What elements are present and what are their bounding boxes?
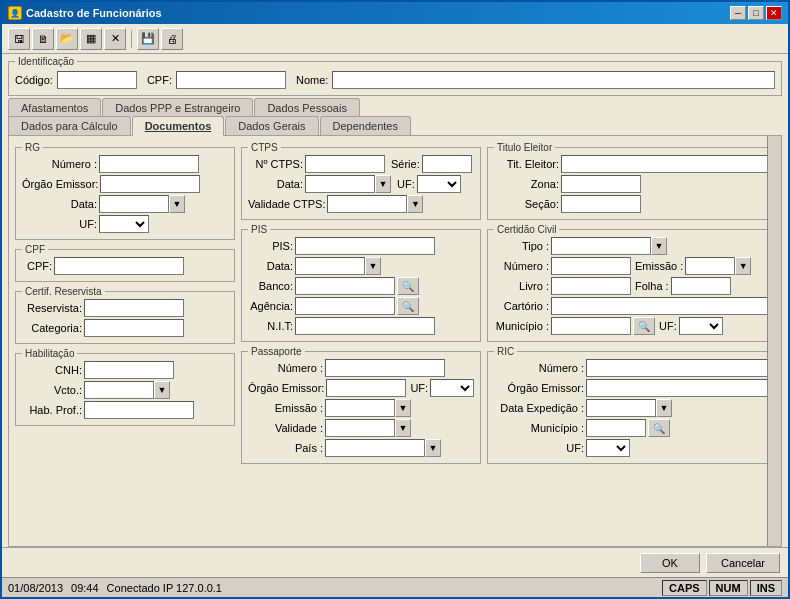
certidao-uf-label: UF:	[659, 320, 677, 332]
rg-data-input[interactable]	[99, 195, 169, 213]
zona-input[interactable]	[561, 175, 641, 193]
categoria-input[interactable]	[84, 319, 184, 337]
status-connection: Conectado IP 127.0.0.1	[107, 582, 222, 594]
reservista-row: Reservista:	[22, 299, 228, 317]
ric-orgao-input[interactable]	[586, 379, 768, 397]
delete-button[interactable]: ✕	[104, 28, 126, 50]
certidao-tipo-btn[interactable]: ▼	[651, 237, 667, 255]
close-button[interactable]: ✕	[766, 6, 782, 20]
cpf-top-input[interactable]	[176, 71, 286, 89]
pis-data-btn[interactable]: ▼	[365, 257, 381, 275]
passaporte-validade-input[interactable]	[325, 419, 395, 437]
cpf-row: CPF:	[22, 257, 228, 275]
rg-uf-select[interactable]	[99, 215, 149, 233]
tab-dados-ppp[interactable]: Dados PPP e Estrangeiro	[102, 98, 253, 117]
pis-data-input[interactable]	[295, 257, 365, 275]
certidao-tipo-input[interactable]	[551, 237, 651, 255]
vcto-input[interactable]	[84, 381, 154, 399]
cancelar-button[interactable]: Cancelar	[706, 553, 780, 573]
rg-orgao-input[interactable]	[100, 175, 200, 193]
pis-agencia-search-btn[interactable]: 🔍	[397, 297, 419, 315]
scrollbar[interactable]	[767, 136, 781, 546]
pis-banco-search-btn[interactable]: 🔍	[397, 277, 419, 295]
toolbar: 🖫 🗎 📂 ▦ ✕ 💾 🖨	[2, 24, 788, 54]
ric-uf-select[interactable]	[586, 439, 630, 457]
tab-dados-pessoais[interactable]: Dados Pessoais	[254, 98, 360, 117]
folder-button[interactable]: 📂	[56, 28, 78, 50]
certidao-uf-select[interactable]	[679, 317, 723, 335]
passaporte-pais-input[interactable]	[325, 439, 425, 457]
rg-data-label: Data:	[22, 198, 97, 210]
ric-numero-input[interactable]	[586, 359, 768, 377]
tab-documentos[interactable]: Documentos	[132, 116, 225, 136]
tab-dados-gerais[interactable]: Dados Gerais	[225, 116, 318, 136]
ric-municipio-search-btn[interactable]: 🔍	[648, 419, 670, 437]
rg-numero-input[interactable]	[99, 155, 199, 173]
passaporte-pais-label: País :	[248, 442, 323, 454]
certif-legend: Certif. Reservista	[22, 286, 105, 297]
ctps-data-btn[interactable]: ▼	[375, 175, 391, 193]
certidao-municipio-input[interactable]	[551, 317, 631, 335]
cpf-input[interactable]	[54, 257, 184, 275]
status-time: 09:44	[71, 582, 99, 594]
tab-dependentes[interactable]: Dependentes	[320, 116, 411, 136]
ric-data-exp-btn[interactable]: ▼	[656, 399, 672, 417]
save-button[interactable]: 💾	[137, 28, 159, 50]
certidao-num-input[interactable]	[551, 257, 631, 275]
cnh-input[interactable]	[84, 361, 174, 379]
pis-input[interactable]	[295, 237, 435, 255]
ctps-data-input[interactable]	[305, 175, 375, 193]
rg-data-btn[interactable]: ▼	[169, 195, 185, 213]
certidao-cartorio-input[interactable]	[551, 297, 768, 315]
passaporte-orgao-input[interactable]	[326, 379, 406, 397]
new-button[interactable]: 🖫	[8, 28, 30, 50]
ctps-uf-select[interactable]	[417, 175, 461, 193]
ctps-num-input[interactable]	[305, 155, 385, 173]
grid-button[interactable]: ▦	[80, 28, 102, 50]
ok-button[interactable]: OK	[640, 553, 700, 573]
pis-agencia-label: Agência:	[248, 300, 293, 312]
pis-nit-input[interactable]	[295, 317, 435, 335]
tab-dados-calculo[interactable]: Dados para Cálculo	[8, 116, 131, 136]
passaporte-validade-btn[interactable]: ▼	[395, 419, 411, 437]
certidao-folha-input[interactable]	[671, 277, 731, 295]
certidao-emissao-input[interactable]	[685, 257, 735, 275]
maximize-button[interactable]: □	[748, 6, 764, 20]
ric-data-exp-input[interactable]	[586, 399, 656, 417]
status-date: 01/08/2013	[8, 582, 63, 594]
certidao-livro-label: Livro :	[494, 280, 549, 292]
reservista-label: Reservista:	[22, 302, 82, 314]
codigo-input[interactable]	[57, 71, 137, 89]
ctps-validade-input[interactable]	[327, 195, 407, 213]
cpf-label: CPF:	[147, 74, 172, 86]
print-button[interactable]: 🖨	[161, 28, 183, 50]
certidao-emissao-btn[interactable]: ▼	[735, 257, 751, 275]
reservista-input[interactable]	[84, 299, 184, 317]
passaporte-emissao-btn[interactable]: ▼	[395, 399, 411, 417]
passaporte-uf-select[interactable]	[430, 379, 474, 397]
pis-agencia-input[interactable]	[295, 297, 395, 315]
bottom-bar: OK Cancelar	[2, 547, 788, 577]
pis-nit-label: N.I.T:	[248, 320, 293, 332]
certidao-municipio-search-btn[interactable]: 🔍	[633, 317, 655, 335]
secao-label: Seção:	[494, 198, 559, 210]
ric-municipio-input[interactable]	[586, 419, 646, 437]
passaporte-pais-btn[interactable]: ▼	[425, 439, 441, 457]
cpf-legend: CPF	[22, 244, 48, 255]
habilitacao-legend: Habilitação	[22, 348, 77, 359]
pis-banco-input[interactable]	[295, 277, 395, 295]
passaporte-emissao-input[interactable]	[325, 399, 395, 417]
vcto-btn[interactable]: ▼	[154, 381, 170, 399]
minimize-button[interactable]: ─	[730, 6, 746, 20]
ctps-validade-label: Validade CTPS:	[248, 198, 325, 210]
open-button[interactable]: 🗎	[32, 28, 54, 50]
ctps-validade-btn[interactable]: ▼	[407, 195, 423, 213]
tit-input[interactable]	[561, 155, 768, 173]
hab-prof-input[interactable]	[84, 401, 194, 419]
ctps-serie-input[interactable]	[422, 155, 472, 173]
nome-input[interactable]	[332, 71, 775, 89]
tab-afastamentos[interactable]: Afastamentos	[8, 98, 101, 117]
passaporte-numero-input[interactable]	[325, 359, 445, 377]
secao-input[interactable]	[561, 195, 641, 213]
certidao-livro-input[interactable]	[551, 277, 631, 295]
